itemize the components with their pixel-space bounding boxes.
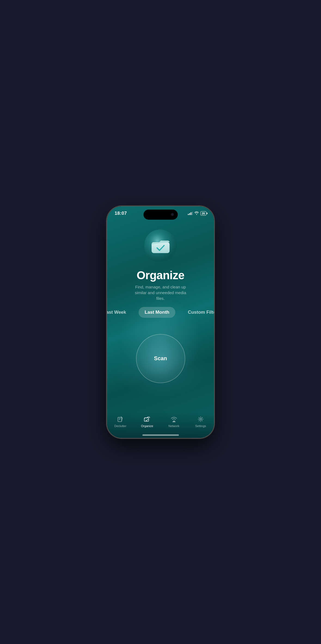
tab-item-network[interactable]: Network: [164, 415, 184, 428]
front-camera: [171, 213, 174, 216]
filter-tab-last-month[interactable]: Last Month: [139, 307, 175, 318]
app-subtitle: Find, manage, and clean up similar and u…: [134, 284, 187, 301]
battery-indicator: 26: [200, 211, 206, 216]
tab-label-network: Network: [168, 424, 179, 428]
phone-frame: 18:07 26: [107, 206, 214, 438]
folder-checkmark-icon: [151, 238, 170, 254]
tab-bar: Declutter Organize: [107, 412, 214, 438]
declutter-icon: [117, 415, 124, 423]
app-title: Organize: [137, 269, 185, 282]
network-icon: [170, 415, 178, 423]
tab-item-settings[interactable]: Settings: [191, 415, 210, 428]
scan-button[interactable]: Scan: [136, 334, 185, 383]
filter-tab-custom-filter[interactable]: Custom Filter: [182, 307, 214, 318]
dynamic-island: [143, 210, 178, 220]
settings-icon: [197, 415, 204, 423]
wifi-icon: [194, 211, 199, 216]
tab-label-organize: Organize: [141, 424, 153, 428]
home-indicator: [142, 434, 179, 436]
app-icon-area: Organize Find, manage, and clean up simi…: [134, 228, 187, 301]
filter-tabs: Last Week Last Month Custom Filter: [107, 307, 214, 318]
tab-label-declutter: Declutter: [114, 424, 126, 428]
scan-label: Scan: [154, 355, 167, 362]
app-icon-blob: [143, 228, 178, 263]
signal-icon: [188, 212, 193, 215]
scan-glow: Scan: [131, 329, 191, 388]
filter-tab-last-week[interactable]: Last Week: [107, 307, 132, 318]
phone-screen: 18:07 26: [107, 206, 214, 438]
svg-point-3: [200, 418, 201, 420]
scan-button-area: Scan: [131, 329, 191, 388]
status-icons: 26: [188, 211, 206, 216]
tab-item-organize[interactable]: Organize: [137, 415, 157, 428]
organize-icon: [143, 415, 151, 423]
status-time: 18:07: [115, 211, 127, 216]
tab-item-declutter[interactable]: Declutter: [111, 415, 130, 428]
tab-label-settings: Settings: [195, 424, 206, 428]
